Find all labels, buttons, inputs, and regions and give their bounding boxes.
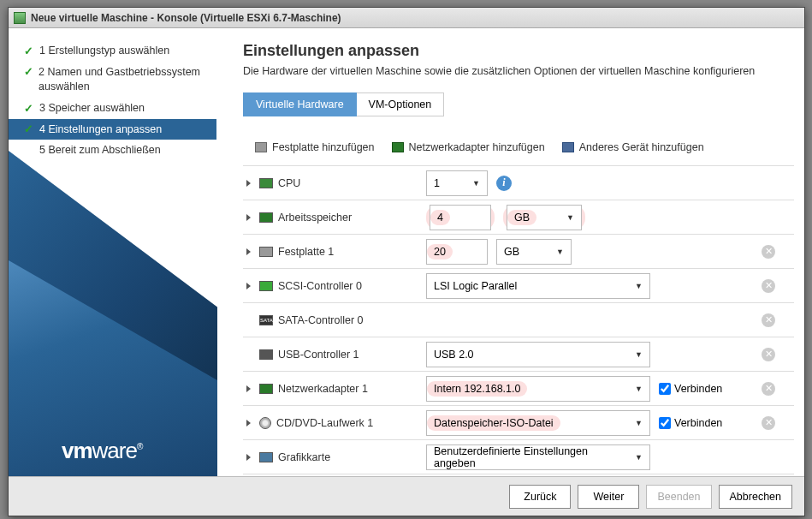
connect-checkbox[interactable] (659, 383, 671, 395)
usb-icon (259, 349, 273, 360)
network-icon (392, 142, 404, 152)
check-icon: ✓ (24, 45, 34, 57)
row-video: Grafikkarte Benutzerdefinierte Einstellu… (243, 440, 794, 474)
row-disk1: Festplatte 1 20 GB ✕ (243, 235, 794, 269)
network-select[interactable]: Intern 192.168.1.0 (426, 376, 650, 402)
cpu-icon (259, 178, 273, 188)
step-storage[interactable]: ✓ 3 Speicher auswählen (9, 98, 216, 119)
add-network-button[interactable]: Netzwerkadapter hinzufügen (392, 141, 545, 153)
hardware-scroll[interactable]: Festplatte hinzufügen Netzwerkadapter hi… (243, 138, 794, 476)
step-name-os[interactable]: ✓ 2 Namen und Gastbetriebssystem auswähl… (9, 62, 216, 98)
step-type[interactable]: ✓ 1 Erstellungstyp auswählen (9, 40, 216, 62)
expand-icon[interactable] (246, 180, 251, 187)
expand-icon[interactable] (246, 454, 251, 461)
new-vm-dialog: Neue virtuelle Maschine - Konsole (Virtu… (8, 7, 805, 516)
hardware-list: CPU 1 i Arbeitsspeicher (243, 165, 794, 474)
finish-button: Beenden (646, 485, 711, 509)
cancel-button[interactable]: Abbrechen (719, 485, 792, 509)
row-cpu: CPU 1 i (243, 166, 794, 200)
remove-icon[interactable]: ✕ (762, 313, 775, 327)
remove-icon[interactable]: ✕ (762, 245, 775, 259)
highlight: GB (503, 205, 585, 230)
row-sata: SATA SATA-Controller 0 ✕ (243, 303, 794, 337)
network-icon (259, 384, 273, 394)
remove-icon[interactable]: ✕ (762, 279, 775, 293)
vm-icon (14, 12, 26, 24)
info-icon[interactable]: i (496, 176, 512, 191)
expand-icon[interactable] (246, 420, 251, 427)
wizard-steps: ✓ 1 Erstellungstyp auswählen ✓ 2 Namen u… (9, 40, 216, 161)
tab-hardware[interactable]: Virtuelle Hardware (243, 92, 357, 116)
cd-select[interactable]: Datenspeicher-ISO-Datei (426, 410, 650, 436)
add-disk-button[interactable]: Festplatte hinzufügen (255, 141, 375, 153)
page-heading: Einstellungen anpassen (243, 42, 785, 60)
expand-icon[interactable] (246, 214, 251, 221)
expand-icon[interactable] (246, 385, 251, 392)
check-icon: ✓ (24, 122, 34, 135)
tab-vm-options[interactable]: VM-Optionen (357, 92, 445, 116)
row-cd: CD/DVD-Laufwerk 1 Datenspeicher-ISO-Date… (243, 406, 794, 440)
cd-icon (259, 417, 271, 429)
highlight: 4 (426, 205, 495, 230)
sata-icon: SATA (259, 315, 273, 325)
row-scsi: SCSI-Controller 0 LSI Logic Parallel ✕ (243, 269, 794, 303)
dialog-content: ✓ 1 Erstellungstyp auswählen ✓ 2 Namen u… (9, 28, 804, 476)
device-icon (562, 142, 574, 152)
step-ready[interactable]: ✓ 5 Bereit zum Abschließen (9, 140, 216, 161)
disk-size-input[interactable]: 20 (426, 239, 488, 265)
cpu-select[interactable]: 1 (426, 170, 488, 196)
network-connect[interactable]: Verbinden (659, 383, 722, 395)
memory-input[interactable]: 4 (430, 205, 491, 230)
window-title: Neue virtuelle Maschine - Konsole (Virtu… (31, 12, 341, 24)
remove-icon[interactable]: ✕ (762, 348, 775, 361)
remove-icon[interactable]: ✕ (762, 382, 775, 396)
video-icon (259, 452, 273, 462)
video-select[interactable]: Benutzerdefinierte Einstellungen angeben (426, 444, 650, 470)
disk-unit-select[interactable]: GB (496, 239, 572, 265)
disk-icon (255, 142, 267, 152)
scsi-icon (259, 281, 273, 291)
cd-connect[interactable]: Verbinden (659, 417, 722, 429)
usb-select[interactable]: USB 2.0 (426, 342, 650, 367)
row-network: Netzwerkadapter 1 Intern 192.168.1.0 Ver… (243, 372, 794, 406)
add-other-device-button[interactable]: Anderes Gerät hinzufügen (562, 141, 704, 153)
expand-icon[interactable] (246, 283, 251, 289)
hardware-toolbar: Festplatte hinzufügen Netzwerkadapter hi… (243, 138, 794, 165)
titlebar: Neue virtuelle Maschine - Konsole (Virtu… (9, 8, 804, 28)
next-button[interactable]: Weiter (578, 485, 639, 509)
back-button[interactable]: Zurück (509, 485, 571, 509)
row-usb: USB-Controller 1 USB 2.0 ✕ (243, 337, 794, 372)
main-panel: Einstellungen anpassen Die Hardware der … (217, 28, 804, 476)
memory-unit-select[interactable]: GB (507, 205, 582, 230)
check-icon: ✓ (24, 102, 34, 115)
wizard-sidebar: ✓ 1 Erstellungstyp auswählen ✓ 2 Namen u… (9, 28, 217, 476)
memory-icon (259, 212, 273, 223)
expand-icon[interactable] (246, 248, 251, 255)
row-memory: Arbeitsspeicher 4 GB (243, 200, 794, 235)
check-icon: ✓ (24, 65, 33, 78)
connect-checkbox[interactable] (659, 417, 671, 429)
vmware-logo: vmware® (62, 438, 142, 464)
page-desc: Die Hardware der virtuellen Maschine sow… (243, 65, 785, 77)
step-customize[interactable]: ✓ 4 Einstellungen anpassen (9, 119, 216, 140)
remove-icon[interactable]: ✕ (762, 416, 775, 430)
disk-icon (259, 247, 273, 257)
dialog-footer: Zurück Weiter Beenden Abbrechen (9, 476, 804, 516)
settings-tabs: Virtuelle Hardware VM-Optionen (243, 92, 785, 116)
scsi-select[interactable]: LSI Logic Parallel (426, 273, 650, 299)
